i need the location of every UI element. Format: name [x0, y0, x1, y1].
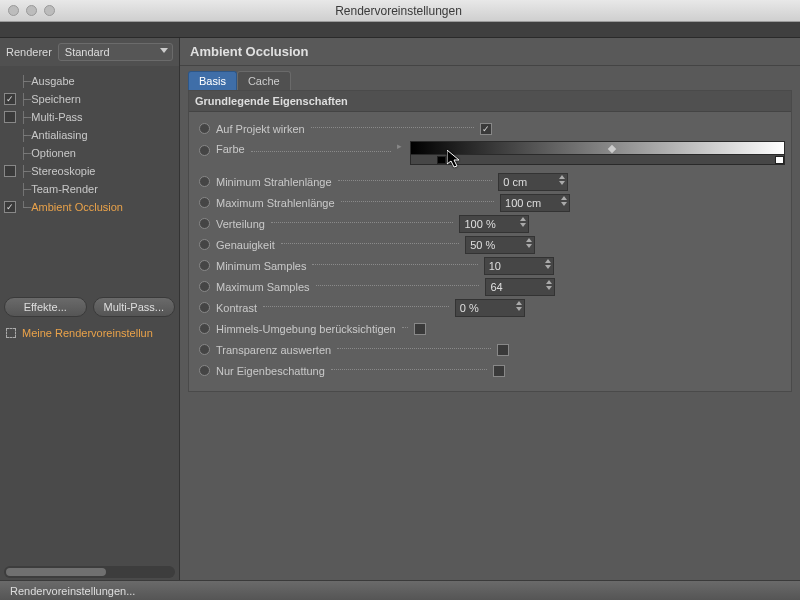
checkbox-icon[interactable] [4, 93, 16, 105]
content-panel: Ambient Occlusion Basis Cache Grundlegen… [180, 38, 800, 580]
label-min-samples: Minimum Samples [216, 260, 306, 272]
effekte-button[interactable]: Effekte... [4, 297, 87, 317]
expand-icon[interactable]: ▸ [397, 141, 402, 151]
radio-icon[interactable] [199, 365, 210, 376]
sidebar-item-ambient-occlusion[interactable]: └─Ambient Occlusion [2, 198, 179, 216]
checkbox-transparenz[interactable] [497, 344, 509, 356]
label-max-samples: Maximum Samples [216, 281, 310, 293]
radio-icon[interactable] [199, 302, 210, 313]
sidebar: Renderer Standard ├─Ausgabe ├─Speichern … [0, 38, 180, 580]
input-min-strahl[interactable]: 0 cm [498, 173, 568, 191]
footer-status: Rendervoreinstellungen... [0, 580, 800, 600]
chevron-down-icon [160, 48, 168, 53]
preset-icon [6, 328, 16, 338]
label-verteilung: Verteilung [216, 218, 265, 230]
checkbox-eigen[interactable] [493, 365, 505, 377]
horizontal-scrollbar[interactable] [4, 566, 175, 578]
input-genauigkeit[interactable]: 50 % [465, 236, 535, 254]
section-title: Ambient Occlusion [180, 38, 800, 66]
gradient-midpoint-handle[interactable] [607, 145, 615, 153]
traffic-lights [8, 5, 55, 16]
label-auf-projekt: Auf Projekt wirken [216, 123, 305, 135]
renderer-value: Standard [65, 46, 110, 58]
subheader: Grundlegende Eigenschaften [189, 91, 791, 112]
checkbox-icon[interactable] [4, 201, 16, 213]
multipass-button[interactable]: Multi-Pass... [93, 297, 176, 317]
radio-icon[interactable] [199, 281, 210, 292]
close-button[interactable] [8, 5, 19, 16]
gradient-handle-right[interactable] [775, 156, 784, 164]
minimize-button[interactable] [26, 5, 37, 16]
sidebar-item-stereoskopie[interactable]: ├─Stereoskopie [2, 162, 179, 180]
radio-icon[interactable] [199, 197, 210, 208]
checkbox-himmel[interactable] [414, 323, 426, 335]
gradient-editor[interactable] [410, 141, 785, 165]
label-min-strahl: Minimum Strahlenlänge [216, 176, 332, 188]
label-himmel: Himmels-Umgebung berücksichtigen [216, 323, 396, 335]
label-eigen: Nur Eigenbeschattung [216, 365, 325, 377]
gradient-handle-left[interactable] [437, 156, 446, 164]
toolbar-strip [0, 22, 800, 38]
sidebar-item-teamrender[interactable]: ├─Team-Render [2, 180, 179, 198]
radio-icon[interactable] [199, 218, 210, 229]
sidebar-tree: ├─Ausgabe ├─Speichern ├─Multi-Pass ├─Ant… [0, 66, 179, 291]
radio-icon[interactable] [199, 323, 210, 334]
input-max-samples[interactable]: 64 [485, 278, 555, 296]
input-verteilung[interactable]: 100 % [459, 215, 529, 233]
radio-icon[interactable] [199, 344, 210, 355]
input-min-samples[interactable]: 10 [484, 257, 554, 275]
radio-icon[interactable] [199, 239, 210, 250]
radio-icon[interactable] [199, 123, 210, 134]
checkbox-icon[interactable] [4, 165, 16, 177]
tab-basis[interactable]: Basis [188, 71, 237, 90]
properties-panel: Grundlegende Eigenschaften Auf Projekt w… [188, 90, 792, 392]
tab-cache[interactable]: Cache [237, 71, 291, 90]
sidebar-item-ausgabe[interactable]: ├─Ausgabe [2, 72, 179, 90]
sidebar-item-optionen[interactable]: ├─Optionen [2, 144, 179, 162]
preset-label: Meine Rendervoreinstellun [22, 327, 153, 339]
label-genauigkeit: Genauigkeit [216, 239, 275, 251]
checkbox-icon[interactable] [4, 111, 16, 123]
window-title: Rendervoreinstellungen [55, 4, 742, 18]
input-kontrast[interactable]: 0 % [455, 299, 525, 317]
renderer-select[interactable]: Standard [58, 43, 173, 61]
checkbox-auf-projekt[interactable] [480, 123, 492, 135]
sidebar-item-speichern[interactable]: ├─Speichern [2, 90, 179, 108]
titlebar: Rendervoreinstellungen [0, 0, 800, 22]
sidebar-item-antialiasing[interactable]: ├─Antialiasing [2, 126, 179, 144]
input-max-strahl[interactable]: 100 cm [500, 194, 570, 212]
radio-icon[interactable] [199, 176, 210, 187]
sidebar-item-multipass[interactable]: ├─Multi-Pass [2, 108, 179, 126]
label-kontrast: Kontrast [216, 302, 257, 314]
label-max-strahl: Maximum Strahlenlänge [216, 197, 335, 209]
radio-icon[interactable] [199, 260, 210, 271]
label-transparenz: Transparenz auswerten [216, 344, 331, 356]
renderer-label: Renderer [6, 46, 52, 58]
label-farbe: Farbe [216, 143, 245, 155]
radio-icon[interactable] [199, 145, 210, 156]
preset-link[interactable]: Meine Rendervoreinstellun [0, 323, 179, 343]
zoom-button[interactable] [44, 5, 55, 16]
